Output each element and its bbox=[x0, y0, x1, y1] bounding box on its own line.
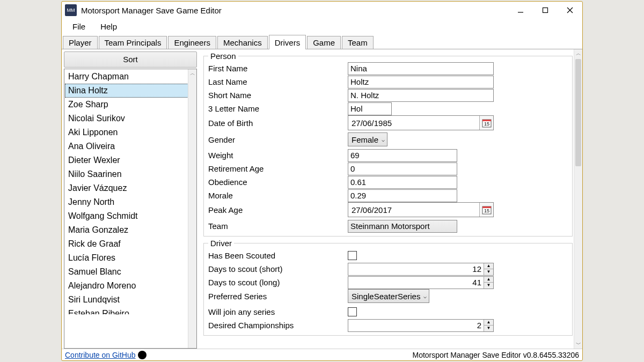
tab-team[interactable]: Team bbox=[342, 36, 374, 49]
scouted-checkbox[interactable] bbox=[348, 251, 357, 260]
label-peak: Peak Age bbox=[208, 205, 348, 215]
svg-text:15: 15 bbox=[484, 208, 489, 213]
sidebar: Sort Harry ChapmanNina HoltzZoe SharpNic… bbox=[62, 49, 200, 349]
label-days-long: Days to scout (long) bbox=[208, 278, 348, 287]
list-item[interactable]: Rick de Graaf bbox=[65, 237, 196, 251]
app-icon: MM bbox=[65, 4, 77, 16]
calendar-icon[interactable]: 15 bbox=[479, 203, 493, 217]
tab-game[interactable]: Game bbox=[307, 36, 341, 49]
retirement-input[interactable] bbox=[348, 162, 457, 175]
short-name-input[interactable] bbox=[348, 89, 494, 102]
days-long-stepper[interactable]: ▲▼ bbox=[348, 276, 494, 289]
scroll-up-icon[interactable]: ︿ bbox=[574, 49, 582, 58]
driver-legend: Driver bbox=[208, 239, 234, 248]
label-champs: Desired Championships bbox=[208, 321, 348, 330]
svg-text:15: 15 bbox=[484, 121, 489, 127]
main-window: MM Motorsport Manager Save Game Editor F… bbox=[61, 1, 583, 361]
days-short-stepper[interactable]: ▲▼ bbox=[348, 263, 494, 276]
any-series-checkbox[interactable] bbox=[348, 307, 357, 316]
listbox-scrollbar[interactable]: ︿ bbox=[188, 69, 196, 348]
tab-player[interactable]: Player bbox=[63, 36, 98, 49]
label-any-series: Will join any series bbox=[208, 307, 348, 316]
champs-stepper[interactable]: ▲▼ bbox=[348, 319, 494, 332]
scroll-down-icon[interactable]: ﹀ bbox=[574, 340, 582, 349]
spin-down-icon[interactable]: ▼ bbox=[484, 269, 493, 275]
minimize-button[interactable] bbox=[508, 2, 533, 19]
list-item[interactable]: Maria Gonzalez bbox=[65, 223, 196, 237]
dob-picker[interactable]: 15 bbox=[348, 115, 494, 130]
label-retire: Retirement Age bbox=[208, 164, 348, 173]
scroll-thumb[interactable] bbox=[575, 59, 581, 166]
list-item[interactable]: Wolfgang Schmidt bbox=[65, 209, 196, 223]
label-team: Team bbox=[208, 221, 348, 231]
dob-input[interactable] bbox=[348, 116, 479, 130]
person-group: Person First Name Last Name Short Name 3… bbox=[203, 51, 573, 237]
list-item[interactable]: Alejandro Moreno bbox=[65, 279, 196, 293]
menubar: File Help bbox=[62, 19, 582, 34]
contribute-link[interactable]: Contribute on GitHub bbox=[65, 351, 147, 359]
menu-file[interactable]: File bbox=[65, 20, 93, 33]
morale-input[interactable] bbox=[348, 189, 457, 202]
weight-input[interactable] bbox=[348, 149, 457, 162]
peak-input[interactable] bbox=[348, 203, 479, 217]
last-name-input[interactable] bbox=[348, 76, 494, 88]
tab-mechanics[interactable]: Mechanics bbox=[217, 36, 268, 49]
label-first-name: First Name bbox=[208, 64, 348, 73]
chevron-down-icon: ⌵ bbox=[423, 293, 427, 299]
three-letter-input[interactable] bbox=[348, 102, 392, 115]
spin-down-icon[interactable]: ▼ bbox=[484, 326, 493, 331]
label-dob: Date of Birth bbox=[208, 119, 348, 128]
list-item[interactable]: Siri Lundqvist bbox=[65, 293, 196, 307]
titlebar: MM Motorsport Manager Save Game Editor bbox=[62, 2, 582, 19]
list-item[interactable]: Samuel Blanc bbox=[65, 265, 196, 279]
list-item[interactable]: Niilo Saarinen bbox=[65, 167, 196, 181]
list-item[interactable]: Lucía Flores bbox=[65, 251, 196, 265]
list-item[interactable]: Nina Holtz bbox=[65, 84, 196, 98]
team-readonly: Steinmann Motorsport bbox=[348, 220, 457, 233]
first-name-input[interactable] bbox=[348, 62, 494, 75]
tab-drivers[interactable]: Drivers bbox=[269, 35, 306, 49]
chevron-down-icon: ⌵ bbox=[382, 137, 385, 143]
detail-scrollbar[interactable]: ︿ ﹀ bbox=[574, 49, 582, 349]
list-item[interactable]: Zoe Sharp bbox=[65, 98, 196, 112]
spin-up-icon[interactable]: ▲ bbox=[484, 263, 493, 270]
driver-listbox[interactable]: Harry ChapmanNina HoltzZoe SharpNicolai … bbox=[64, 69, 197, 349]
list-item[interactable]: Harry Chapman bbox=[65, 70, 196, 84]
detail-pane: Person First Name Last Name Short Name 3… bbox=[200, 49, 582, 349]
label-last-name: Last Name bbox=[208, 77, 348, 86]
label-obedience: Obedience bbox=[208, 178, 348, 187]
label-days-short: Days to scout (short) bbox=[208, 264, 348, 274]
list-item[interactable]: Dieter Wexler bbox=[65, 153, 196, 167]
statusbar: Contribute on GitHub Motorsport Manager … bbox=[62, 349, 582, 360]
tab-engineers[interactable]: Engineers bbox=[168, 36, 216, 49]
list-item[interactable]: Ana Oliveira bbox=[65, 139, 196, 153]
list-item[interactable]: Nicolai Surikov bbox=[65, 112, 196, 125]
spin-up-icon[interactable]: ▲ bbox=[484, 320, 493, 326]
tab-team-principals[interactable]: Team Principals bbox=[99, 36, 167, 49]
scroll-up-icon[interactable]: ︿ bbox=[188, 69, 196, 78]
series-combo[interactable]: SingleSeaterSeries⌵ bbox=[348, 289, 429, 303]
sort-button[interactable]: Sort bbox=[64, 51, 197, 68]
github-icon bbox=[138, 351, 147, 359]
list-item[interactable]: Javier Vázquez bbox=[65, 181, 196, 195]
label-three-letter: 3 Letter Name bbox=[208, 104, 348, 113]
label-weight: Weight bbox=[208, 151, 348, 160]
svg-rect-1 bbox=[543, 8, 548, 13]
version-label: Motorsport Manager Save Editor v0.8.6455… bbox=[412, 351, 579, 359]
close-button[interactable] bbox=[558, 2, 582, 19]
peak-picker[interactable]: 15 bbox=[348, 202, 494, 217]
spin-down-icon[interactable]: ▼ bbox=[484, 283, 493, 289]
obedience-input[interactable] bbox=[348, 176, 457, 189]
person-legend: Person bbox=[208, 51, 238, 61]
list-item[interactable]: Esteban Ribeiro bbox=[65, 307, 196, 314]
label-series: Preferred Series bbox=[208, 292, 348, 301]
label-gender: Gender bbox=[208, 135, 348, 144]
calendar-icon[interactable]: 15 bbox=[479, 116, 493, 130]
menu-help[interactable]: Help bbox=[93, 20, 125, 33]
gender-combo[interactable]: Female⌵ bbox=[348, 132, 387, 146]
maximize-button[interactable] bbox=[533, 2, 558, 19]
spin-up-icon[interactable]: ▲ bbox=[484, 277, 493, 283]
list-item[interactable]: Aki Lipponen bbox=[65, 125, 196, 139]
tab-row: Player Team Principals Engineers Mechani… bbox=[62, 34, 582, 49]
list-item[interactable]: Jenny North bbox=[65, 195, 196, 209]
